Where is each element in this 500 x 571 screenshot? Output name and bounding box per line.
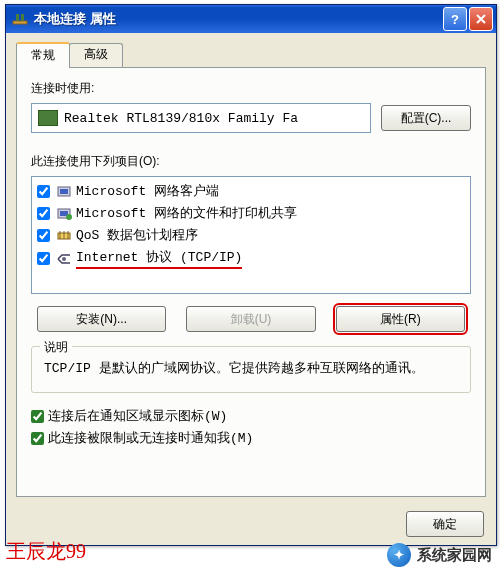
site-logo-icon: ✦ [387,543,411,567]
description-text: TCP/IP 是默认的广域网协议。它提供跨越多种互联网络的通讯。 [44,357,458,380]
notify-limited-label: 此连接被限制或无连接时通知我(M) [48,429,253,447]
list-item[interactable]: QoS 数据包计划程序 [35,224,467,246]
tab-panel-general: 连接时使用: Realtek RTL8139/810x Family Fa 配置… [16,67,486,497]
connection-icon [12,11,28,27]
item-checkbox[interactable] [37,185,50,198]
item-label: Microsoft 网络的文件和打印机共享 [76,204,297,222]
properties-button[interactable]: 属性(R) [336,306,465,332]
qos-icon [56,227,72,243]
share-icon [56,205,72,221]
item-checkbox[interactable] [37,252,50,265]
item-checkbox[interactable] [37,229,50,242]
notify-limited-row: 此连接被限制或无连接时通知我(M) [31,429,471,447]
uninstall-button: 卸载(U) [186,306,315,332]
titlebar: 本地连接 属性 ? [6,5,496,33]
ok-button[interactable]: 确定 [406,511,484,537]
list-item[interactable]: Microsoft 网络的文件和打印机共享 [35,202,467,224]
list-item[interactable]: Internet 协议 (TCP/IP) [35,246,467,271]
items-list[interactable]: Microsoft 网络客户端 Microsoft 网络的文件和打印机共享 Qo… [31,176,471,294]
action-buttons: 安装(N)... 卸载(U) 属性(R) [31,306,471,332]
watermark-site: ✦ 系统家园网 [387,543,492,567]
install-button[interactable]: 安装(N)... [37,306,166,332]
svg-rect-0 [13,21,27,24]
tab-strip: 常规 高级 [16,41,486,67]
item-label: Microsoft 网络客户端 [76,182,219,200]
notify-limited-checkbox[interactable] [31,432,44,445]
svg-rect-4 [60,189,68,194]
item-checkbox[interactable] [37,207,50,220]
client-icon [56,183,72,199]
item-label: Internet 协议 (TCP/IP) [76,248,242,269]
adapter-name: Realtek RTL8139/810x Family Fa [64,111,298,126]
site-name: 系统家园网 [417,546,492,565]
client-area: 常规 高级 连接时使用: Realtek RTL8139/810x Family… [6,33,496,545]
connect-using-label: 连接时使用: [31,80,471,97]
items-label: 此连接使用下列项目(O): [31,153,471,170]
description-legend: 说明 [40,339,72,356]
svg-point-9 [62,257,66,261]
configure-button[interactable]: 配置(C)... [381,105,471,131]
show-icon-label: 连接后在通知区域显示图标(W) [48,407,227,425]
svg-rect-2 [21,14,24,21]
bottom-buttons: 确定 [406,511,484,537]
description-group: 说明 TCP/IP 是默认的广域网协议。它提供跨越多种互联网络的通讯。 [31,346,471,393]
adapter-display: Realtek RTL8139/810x Family Fa [31,103,371,133]
show-icon-row: 连接后在通知区域显示图标(W) [31,407,471,425]
window-title: 本地连接 属性 [34,10,443,28]
item-label: QoS 数据包计划程序 [76,226,198,244]
tab-advanced[interactable]: 高级 [69,43,123,67]
list-item[interactable]: Microsoft 网络客户端 [35,180,467,202]
protocol-icon [56,251,72,267]
nic-icon [38,110,58,126]
properties-window: 本地连接 属性 ? 常规 高级 连接时使用: Realtek RTL8139/8… [5,4,497,546]
svg-rect-1 [16,14,19,21]
watermark-author: 王辰龙99 [6,538,86,565]
help-button[interactable]: ? [443,7,467,31]
svg-point-7 [66,214,72,220]
show-icon-checkbox[interactable] [31,410,44,423]
adapter-row: Realtek RTL8139/810x Family Fa 配置(C)... [31,103,471,133]
close-button[interactable] [469,7,493,31]
tab-general[interactable]: 常规 [16,42,70,68]
titlebar-buttons: ? [443,7,493,31]
